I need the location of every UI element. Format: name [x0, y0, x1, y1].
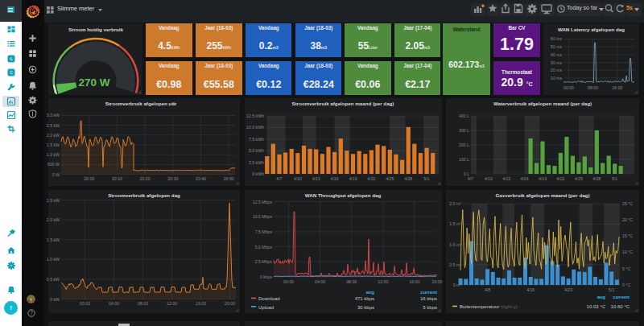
svg-text:1.5 kW: 1.5 kW: [47, 142, 60, 147]
svg-text:4/13: 4/13: [502, 176, 510, 181]
svg-text:0 kWh: 0 kWh: [252, 171, 264, 176]
svg-text:20.9 °C: 20.9 °C: [502, 76, 533, 89]
svg-text:2.0 kW: 2.0 kW: [47, 133, 60, 138]
svg-text:4/8: 4/8: [485, 287, 490, 292]
svg-text:12.5 Mbps: 12.5 Mbps: [253, 200, 273, 204]
svg-text:Stroomverbruik afgelopen uur: Stroomverbruik afgelopen uur: [105, 101, 177, 106]
svg-text:4/19: 4/19: [539, 176, 547, 181]
svg-text:08:00: 08:00: [138, 301, 148, 306]
svg-text:current: current: [420, 290, 437, 295]
svg-text:16:00: 16:00: [612, 85, 622, 90]
svg-text:Vandaag: Vandaag: [258, 64, 279, 70]
svg-text:C: C: [10, 70, 13, 75]
svg-text:20:30: 20:30: [167, 176, 178, 181]
svg-text:10.03 °C: 10.03 °C: [587, 304, 606, 309]
svg-text:602.173m3: 602.173m3: [448, 60, 485, 69]
svg-text:08:00: 08:00: [346, 279, 357, 284]
svg-text:Waterverbruik afgelopen maand: Waterverbruik afgelopen maand (per dag): [493, 101, 592, 106]
svg-text:10 °C: 10 °C: [622, 250, 633, 254]
svg-text:20:00: 20:00: [225, 301, 235, 306]
svg-text:5/1: 5/1: [609, 287, 614, 292]
svg-text:Upload: Upload: [258, 305, 274, 310]
svg-text:1.5 kW: 1.5 kW: [47, 237, 60, 242]
svg-text:400 L: 400 L: [459, 113, 469, 118]
svg-text:4/16: 4/16: [526, 287, 535, 292]
svg-text:2.5 Mbps: 2.5 Mbps: [255, 259, 273, 264]
svg-text:current: current: [613, 295, 630, 299]
svg-text:Jaar (17-04): Jaar (17-04): [403, 26, 431, 32]
svg-text:Stroomverbruik afgelopen maand: Stroomverbruik afgelopen maand (per dag): [292, 101, 394, 106]
svg-text:1.0 kW: 1.0 kW: [47, 152, 60, 157]
svg-text:20:50: 20:50: [224, 176, 234, 181]
svg-text:0.2m3: 0.2m3: [259, 40, 279, 52]
svg-text:2.0 kW: 2.0 kW: [47, 217, 60, 222]
svg-text:Jaar (18-03): Jaar (18-03): [304, 26, 332, 32]
svg-text:avg: avg: [597, 295, 606, 299]
svg-text:16 kbps: 16 kbps: [420, 296, 437, 301]
svg-text:Vandaag: Vandaag: [159, 26, 180, 32]
svg-text:Stroom huidig verbruik: Stroom huidig verbruik: [68, 27, 124, 32]
svg-text:€0.98: €0.98: [157, 79, 182, 90]
svg-text:20:00: 20:00: [84, 176, 94, 181]
svg-text:00:00: 00:00: [80, 301, 90, 306]
svg-text:Download: Download: [258, 296, 280, 301]
svg-text:€2.17: €2.17: [405, 79, 430, 90]
svg-text:0 W: 0 W: [52, 172, 60, 177]
svg-text:2.5 kW: 2.5 kW: [47, 198, 60, 203]
svg-text:WAN Throughput afgelopen dag: WAN Throughput afgelopen dag: [305, 192, 382, 198]
svg-text:16:00: 16:00: [196, 301, 206, 306]
svg-text:Gasverbruik afgelopen maand (p: Gasverbruik afgelopen maand (per dag): [496, 192, 590, 198]
svg-text:4/22: 4/22: [556, 176, 564, 181]
svg-text:4.5kWh: 4.5kWh: [159, 40, 180, 52]
svg-text:(right-y): (right-y): [501, 304, 518, 309]
svg-text:12.5 kWh: 12.5 kWh: [246, 113, 264, 118]
svg-text:40 ms: 40 ms: [551, 52, 563, 57]
svg-text:4/25: 4/25: [575, 176, 583, 181]
svg-text:30 kbps: 30 kbps: [357, 305, 374, 310]
svg-text:300 L: 300 L: [459, 128, 469, 133]
svg-text:0 kW: 0 kW: [50, 297, 60, 302]
svg-text:Buitentemperatuur: Buitentemperatuur: [460, 304, 499, 309]
svg-text:270 W: 270 W: [78, 76, 109, 89]
svg-text:5.0 kWh: 5.0 kWh: [249, 148, 264, 153]
svg-text:4/22: 4/22: [367, 176, 375, 181]
svg-text:00:00: 00:00: [564, 85, 574, 90]
svg-text:4/23: 4/23: [564, 287, 572, 292]
svg-text:10.60 °C: 10.60 °C: [611, 304, 630, 309]
svg-text:20:00: 20:00: [432, 279, 443, 284]
svg-text:0.5 kW: 0.5 kW: [47, 277, 60, 282]
svg-text:200 L: 200 L: [459, 142, 469, 147]
svg-text:4/10: 4/10: [294, 176, 302, 181]
svg-text:€0.06: €0.06: [355, 79, 380, 90]
svg-text:4/7: 4/7: [468, 176, 473, 181]
svg-text:5/1: 5/1: [612, 176, 617, 181]
svg-text:10 ms: 10 ms: [551, 76, 563, 80]
svg-text:4/16: 4/16: [521, 176, 529, 181]
svg-text:€55.58: €55.58: [204, 79, 234, 90]
svg-text:55Liter: 55Liter: [358, 40, 378, 52]
svg-text:2.5 kWh: 2.5 kWh: [249, 160, 264, 165]
svg-text:5.0 Mbps: 5.0 Mbps: [255, 245, 273, 250]
svg-text:20:40: 20:40: [196, 176, 206, 181]
svg-text:10.0 kWh: 10.0 kWh: [246, 125, 264, 130]
svg-text:3.0 kW: 3.0 kW: [47, 113, 60, 118]
svg-text:4/16: 4/16: [331, 176, 339, 181]
svg-text:Vandaag: Vandaag: [159, 64, 180, 70]
svg-text:Vandaag: Vandaag: [357, 26, 378, 32]
svg-text:Thermostaat: Thermostaat: [502, 69, 533, 75]
svg-text:Jaar (18-03): Jaar (18-03): [304, 64, 332, 70]
svg-text:50 ms: 50 ms: [551, 44, 563, 49]
svg-text:4/28: 4/28: [404, 176, 412, 181]
svg-text:38m3: 38m3: [310, 40, 327, 52]
svg-text:0 kbps: 0 kbps: [260, 274, 273, 279]
svg-text:20:20: 20:20: [140, 176, 151, 181]
svg-text:4/28: 4/28: [592, 176, 601, 181]
svg-text:1.0 m³: 1.0 m³: [449, 242, 461, 247]
svg-text:2.05m3: 2.05m3: [405, 40, 430, 52]
svg-text:0 °C: 0 °C: [622, 283, 630, 287]
svg-text:iL: iL: [10, 56, 13, 61]
svg-text:00:00: 00:00: [283, 279, 294, 284]
svg-text:12:00: 12:00: [167, 301, 177, 306]
svg-text:471 kbps: 471 kbps: [355, 296, 374, 301]
svg-text:20 ms: 20 ms: [551, 68, 563, 72]
